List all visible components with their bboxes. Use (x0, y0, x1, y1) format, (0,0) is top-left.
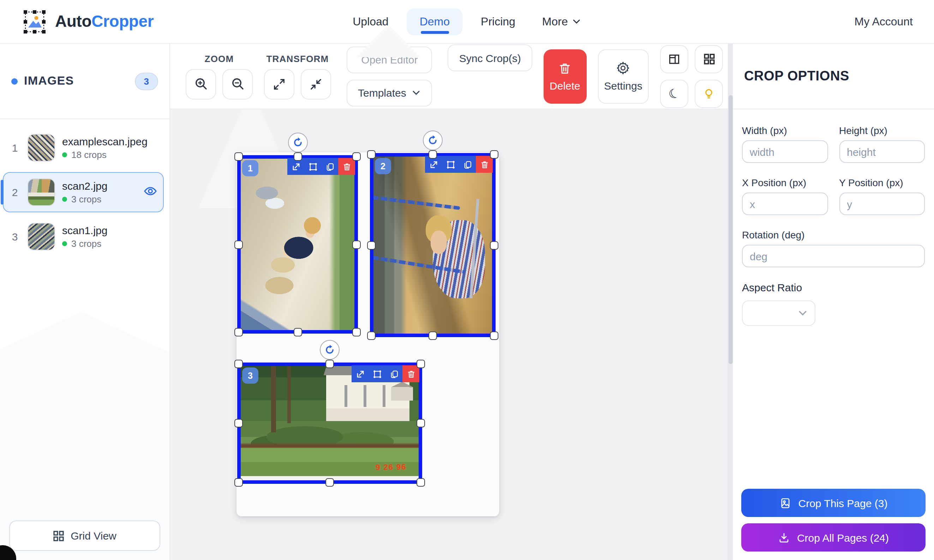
height-input[interactable] (839, 140, 925, 163)
resize-handle-bm[interactable] (293, 328, 302, 337)
contract-button[interactable] (301, 69, 331, 99)
grid-layout-button[interactable] (695, 45, 723, 73)
image-name: scan1.jpg (62, 224, 107, 236)
rotation-label: Rotation (deg) (742, 229, 925, 240)
resize-handle-tr[interactable] (417, 360, 425, 368)
crop-number-badge: 2 (375, 158, 391, 174)
crop-duplicate-button[interactable] (321, 158, 338, 175)
download-icon (778, 531, 790, 543)
aspect-ratio-select[interactable] (742, 300, 815, 326)
crop-canvas[interactable]: 1 (170, 109, 733, 560)
chevron-down-icon (798, 308, 807, 318)
x-position-input[interactable] (742, 192, 828, 215)
resize-handle-tl[interactable] (367, 150, 375, 159)
settings-button[interactable]: Settings (597, 49, 649, 103)
delete-button[interactable]: Delete (543, 49, 586, 103)
resize-handle-tr[interactable] (490, 150, 499, 159)
nav-item-more[interactable]: More (534, 8, 590, 35)
crop-delete-button[interactable] (338, 158, 355, 175)
crop-all-pages-button[interactable]: Crop All Pages (24) (741, 523, 926, 552)
chevron-down-icon (412, 88, 421, 97)
rotate-handle[interactable] (320, 340, 340, 360)
crop-number-badge: 3 (242, 368, 258, 384)
dark-mode-button[interactable]: ☾ (660, 79, 689, 108)
zoom-out-icon (230, 77, 245, 91)
logo[interactable]: AutoCropper (21, 8, 154, 35)
resize-handle-tl[interactable] (235, 152, 243, 161)
resize-handle-ml[interactable] (367, 241, 375, 249)
resize-handle-bl[interactable] (367, 331, 375, 340)
moon-icon: ☾ (667, 86, 682, 101)
crop-transform-button[interactable] (442, 156, 459, 173)
resize-handle-mr[interactable] (352, 240, 361, 249)
vertical-scrollbar[interactable] (728, 44, 733, 560)
crop-region-1[interactable]: 1 (237, 155, 358, 334)
rotation-input[interactable] (742, 245, 925, 267)
resize-handle-tl[interactable] (235, 360, 243, 368)
image-name: examplescan.jpeg (62, 135, 148, 148)
crop-open-button[interactable] (352, 365, 369, 382)
resize-handle-bl[interactable] (235, 478, 243, 487)
resize-handle-tm[interactable] (429, 150, 437, 159)
crop-delete-button[interactable] (402, 365, 419, 382)
image-thumbnail (28, 134, 55, 162)
crop-options-panel: CROP OPTIONS Width (px) Height (px) X Po… (733, 44, 934, 560)
nav-item-pricing[interactable]: Pricing (472, 8, 524, 35)
width-input[interactable] (742, 140, 828, 163)
resize-handle-tm[interactable] (293, 152, 302, 161)
crop-number-badge: 1 (242, 160, 258, 176)
image-list-item-examplescan[interactable]: 1 examplescan.jpeg 18 crops (3, 128, 164, 168)
chevron-down-icon (572, 17, 581, 26)
crop-this-page-button[interactable]: Crop This Page (3) (741, 489, 926, 517)
editor-toolbar: ZOOM TRANSFORM (170, 44, 733, 109)
zoom-in-button[interactable] (186, 69, 216, 99)
images-title: IMAGES (24, 74, 74, 88)
layout-panel-button[interactable] (660, 45, 689, 73)
crop-delete-button[interactable] (476, 156, 493, 173)
rotate-handle[interactable] (423, 131, 443, 150)
crop-region-3[interactable]: 9 26 96 3 (237, 363, 422, 484)
image-name: scan2.jpg (62, 180, 107, 192)
resize-handle-bl[interactable] (235, 328, 243, 337)
photo-date-stamp: 9 26 96 (375, 462, 406, 471)
image-list-item-scan2[interactable]: 2 scan2.jpg 3 crops (3, 172, 164, 212)
crop-duplicate-button[interactable] (459, 156, 476, 173)
width-label: Width (px) (742, 125, 828, 136)
resize-handle-ml[interactable] (235, 240, 243, 249)
grid-view-button[interactable]: Grid View (9, 520, 160, 551)
resize-handle-tm[interactable] (326, 360, 334, 368)
resize-handle-tr[interactable] (352, 152, 361, 161)
expand-button[interactable] (264, 69, 294, 99)
sync-crops-button[interactable]: Sync Crop(s) (448, 45, 532, 71)
images-bullet-icon (11, 78, 18, 84)
zoom-in-icon (194, 77, 208, 91)
eye-preview-icon[interactable] (143, 184, 157, 201)
resize-handle-bm[interactable] (326, 478, 334, 487)
resize-handle-br[interactable] (417, 478, 425, 487)
crop-transform-button[interactable] (369, 365, 386, 382)
resize-handle-mr[interactable] (417, 419, 425, 428)
my-account-link[interactable]: My Account (855, 15, 913, 28)
crop-duplicate-button[interactable] (386, 365, 402, 382)
resize-handle-br[interactable] (352, 328, 361, 337)
resize-handle-br[interactable] (490, 331, 499, 340)
zoom-out-button[interactable] (222, 69, 253, 99)
rotate-handle[interactable] (288, 132, 307, 152)
image-list: 1 examplescan.jpeg 18 crops 2 scan2.jpg … (0, 119, 170, 257)
crop-transform-button[interactable] (304, 158, 321, 175)
resize-handle-ml[interactable] (235, 419, 243, 428)
image-list-item-scan1[interactable]: 3 scan1.jpg 3 crops (3, 217, 164, 257)
resize-handle-bm[interactable] (429, 331, 437, 340)
nav-item-upload[interactable]: Upload (344, 8, 397, 35)
crops-status-dot (62, 197, 67, 202)
y-position-label: Y Position (px) (839, 177, 925, 188)
scrollbar-thumb[interactable] (728, 95, 732, 364)
nav-item-demo[interactable]: Demo (407, 8, 462, 35)
image-thumbnail (28, 223, 55, 251)
resize-handle-mr[interactable] (490, 241, 499, 249)
y-position-input[interactable] (839, 192, 925, 215)
crop-region-2[interactable]: 2 (370, 153, 496, 337)
tips-button[interactable] (695, 79, 723, 108)
primary-nav: Upload Demo Pricing More (344, 0, 590, 43)
templates-dropdown[interactable]: Templates (347, 79, 432, 106)
